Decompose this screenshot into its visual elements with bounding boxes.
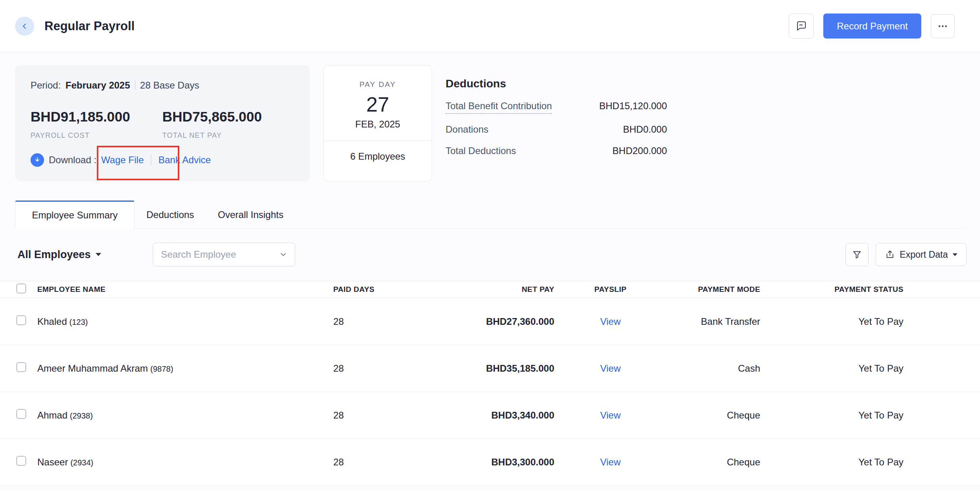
col-employee-name: EMPLOYEE NAME [37,285,333,294]
back-button[interactable] [15,17,34,36]
period-label: Period: [31,79,61,91]
comment-button[interactable] [789,14,814,39]
export-data-button[interactable]: Export Data [876,243,967,266]
pay-day-date: FEB, 2025 [324,119,432,130]
payment-status: Yet To Pay [760,363,903,374]
col-payslip: PAYSLIP [554,285,667,294]
tab-deductions[interactable]: Deductions [135,201,206,228]
col-payment-mode: PAYMENT MODE [667,285,760,294]
row-checkbox[interactable] [16,362,26,372]
search-employee-select[interactable] [153,243,295,266]
table-header: EMPLOYEE NAME PAID DAYS NET PAY PAYSLIP … [0,281,980,298]
employee-table: EMPLOYEE NAME PAID DAYS NET PAY PAYSLIP … [0,281,980,486]
deduction-row: Total Benefit Contribution BHD15,120.000 [446,100,667,114]
pay-day-number: 27 [324,93,432,116]
filter-button[interactable] [845,243,869,266]
deductions-panel: Deductions Total Benefit Contribution BH… [446,65,667,157]
deduction-row: Donations BHD0.000 [446,123,667,135]
row-checkbox[interactable] [16,315,26,325]
paid-days: 28 [333,457,417,468]
wage-file-link[interactable]: Wage File [101,154,144,166]
pay-day-label: PAY DAY [324,80,432,89]
app-header: Regular Payroll Record Payment [0,0,980,52]
net-pay: BHD35,185.000 [417,363,554,374]
export-icon [885,249,895,260]
payroll-cost-label: PAYROLL COST [31,131,162,140]
paid-days: 28 [333,316,417,327]
tab-bar: Employee Summary Deductions Overall Insi… [15,200,965,229]
pay-day-card: PAY DAY 27 FEB, 2025 6 Employees [323,65,432,181]
employee-id: (2938) [70,411,93,420]
col-payment-status: PAYMENT STATUS [760,285,903,294]
paid-days: 28 [333,363,417,374]
all-employees-dropdown[interactable]: All Employees [17,249,101,261]
payslip-view-link[interactable]: View [600,457,621,467]
total-net-pay-value: BHD75,865.000 [162,108,294,125]
total-net-pay-label: TOTAL NET PAY [162,131,294,140]
col-net-pay: NET PAY [417,285,554,294]
employee-count: 6 Employees [324,151,432,162]
paid-days: 28 [333,410,417,421]
divider [135,81,135,90]
payment-status: Yet To Pay [760,457,903,468]
total-deductions-label: Total Deductions [446,145,516,157]
payment-mode: Cash [667,363,760,374]
more-options-button[interactable] [931,14,955,38]
total-benefit-contribution-value: BHD15,120.000 [599,100,667,112]
download-icon [31,153,44,167]
table-row: Ahmad(2938) 28 BHD3,340.000 View Cheque … [0,392,980,439]
period-value: February 2025 [65,79,130,91]
payslip-view-link[interactable]: View [600,363,621,374]
employee-name: Ahmad [37,410,67,421]
employee-name: Khaled [37,316,67,327]
tab-employee-summary[interactable]: Employee Summary [15,201,135,229]
col-paid-days: PAID DAYS [333,285,417,294]
employee-name: Ameer Muhammad Akram [37,363,148,374]
payment-status: Yet To Pay [760,316,903,327]
chevron-down-icon [953,253,957,256]
record-payment-button[interactable]: Record Payment [823,14,921,39]
summary-section: Period: February 2025 28 Base Days BHD91… [15,65,965,181]
divider [151,155,151,165]
select-all-checkbox[interactable] [16,284,26,293]
employee-id: (2934) [70,458,93,467]
ellipsis-icon [937,21,948,32]
net-pay: BHD3,300.000 [417,457,554,468]
chevron-down-icon [96,253,101,256]
page-title: Regular Payroll [44,19,135,33]
divider [324,140,432,141]
row-checkbox[interactable] [16,456,26,466]
payroll-summary-card: Period: February 2025 28 Base Days BHD91… [15,65,310,181]
payment-mode: Cheque [667,410,760,421]
deduction-row: Total Deductions BHD200.000 [446,145,667,157]
chevron-down-icon [279,250,288,259]
search-employee-input[interactable] [161,249,279,260]
table-row: Ameer Muhammad Akram(9878) 28 BHD35,185.… [0,345,980,392]
funnel-icon [852,249,862,260]
employee-id: (123) [69,318,88,326]
row-checkbox[interactable] [16,409,26,419]
bank-advice-link[interactable]: Bank Advice [158,154,211,166]
deductions-title: Deductions [446,77,667,91]
table-body: Khaled(123) 28 BHD27,360.000 View Bank T… [0,298,980,486]
payment-mode: Bank Transfer [667,316,760,327]
employee-id: (9878) [150,365,173,373]
chevron-left-icon [21,22,29,30]
net-pay: BHD3,340.000 [417,410,554,421]
total-deductions-value: BHD200.000 [613,145,667,157]
export-label: Export Data [900,249,948,260]
donations-label: Donations [446,123,488,135]
payslip-view-link[interactable]: View [600,410,621,421]
tab-overall-insights[interactable]: Overall Insights [206,201,295,228]
payslip-view-link[interactable]: View [600,316,621,327]
net-pay: BHD27,360.000 [417,316,554,327]
payroll-cost-value: BHD91,185.000 [31,108,162,125]
download-label: Download : [49,154,96,166]
filter-row: All Employees Export Data [17,243,967,266]
base-days: 28 Base Days [140,79,199,91]
employee-name: Naseer [37,457,68,467]
total-benefit-contribution-label: Total Benefit Contribution [446,100,552,114]
payment-status: Yet To Pay [760,410,903,421]
speech-bubble-icon [796,20,807,32]
donations-value: BHD0.000 [623,123,667,135]
